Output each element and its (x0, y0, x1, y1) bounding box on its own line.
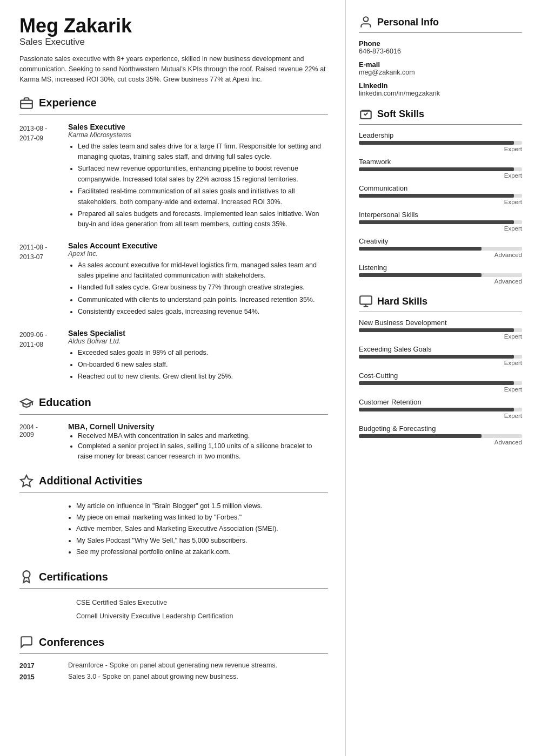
job-company-1: Karma Microsystems (68, 131, 328, 139)
skill-bar-creativity (359, 247, 522, 251)
personal-info-section: Personal Info Phone 646-873-6016 E-mail … (359, 15, 522, 97)
skill-name-cost-cutting: Cost-Cutting (359, 372, 522, 380)
skill-fill-leadership (359, 141, 514, 145)
edu-degree-1: MBA, Cornell University (68, 422, 328, 431)
linkedin-value: linkedin.com/in/megzakarik (359, 90, 522, 97)
skill-level-new-business: Expert (359, 333, 522, 340)
cert-item-2: Cornell University Executive Leadership … (76, 610, 328, 623)
skill-fill-teamwork (359, 167, 514, 171)
job-bullet: Reached out to new clients. Grew client … (78, 372, 328, 382)
skill-name-communication: Communication (359, 184, 522, 192)
conf-year-1: 2017 (19, 662, 68, 670)
skill-name-customer-retention: Customer Retention (359, 398, 522, 406)
skill-fill-cost-cutting (359, 381, 514, 385)
skill-bar-teamwork (359, 167, 522, 171)
personal-info-title: Personal Info (377, 17, 439, 28)
skill-level-creativity: Advanced (359, 252, 522, 258)
skill-fill-creativity (359, 247, 482, 251)
skill-fill-listening (359, 273, 482, 277)
job-title-1: Sales Executive (68, 123, 328, 131)
job-title-3: Sales Specialist (68, 329, 328, 338)
skill-fill-new-business (359, 328, 514, 332)
skill-level-sales-goals: Expert (359, 360, 522, 366)
edu-bullet: Completed a senior project in sales, sel… (78, 441, 328, 462)
job-details-2: Sales Account Executive Apexi Inc. As sa… (68, 241, 328, 319)
additional-bullet: See my professional portfolio online at … (76, 546, 328, 558)
conf-entry-2: 2015 Sales 3.0 - Spoke on panel about gr… (19, 673, 328, 681)
job-company-2: Apexi Inc. (68, 250, 328, 258)
candidate-summary: Passionate sales executive with 8+ years… (19, 54, 328, 85)
job-dates-3: 2009-06 -2011-08 (19, 329, 68, 384)
additional-bullets: My article on influence in "Brain Blogge… (19, 501, 328, 558)
monitor-icon (359, 294, 373, 308)
education-section: Education 2004 -2009 MBA, Cornell Univer… (19, 396, 328, 462)
skill-level-listening: Advanced (359, 278, 522, 285)
job-entry-3: 2009-06 -2011-08 Sales Specialist Aldus … (19, 329, 328, 384)
phone-block: Phone 646-873-6016 (359, 39, 522, 55)
job-bullet: Surfaced new revenue opportunities, enha… (78, 164, 328, 185)
conf-text-1: Dreamforce - Spoke on panel about genera… (68, 662, 328, 670)
email-value: meg@zakarik.com (359, 69, 522, 76)
cert-list: CSE Certified Sales Executive Cornell Un… (19, 596, 328, 623)
skill-level-customer-retention: Expert (359, 413, 522, 419)
certifications-header: Certifications (19, 570, 328, 584)
job-details-1: Sales Executive Karma Microsystems Led t… (68, 123, 328, 232)
experience-section: Experience 2013-08 -2017-09 Sales Execut… (19, 96, 328, 384)
additional-bullet: My article on influence in "Brain Blogge… (76, 501, 328, 512)
conferences-section: Conferences 2017 Dreamforce - Spoke on p… (19, 635, 328, 681)
skill-level-cost-cutting: Expert (359, 386, 522, 393)
certifications-title: Certifications (39, 571, 108, 583)
svg-rect-6 (360, 296, 372, 304)
job-bullets-2: As sales account executive for mid-level… (68, 260, 328, 318)
skill-bar-communication (359, 194, 522, 198)
linkedin-block: LinkedIn linkedin.com/in/megzakarik (359, 82, 522, 97)
skill-name-teamwork: Teamwork (359, 158, 522, 166)
job-entry-2: 2011-08 -2013-07 Sales Account Executive… (19, 241, 328, 319)
job-title-2: Sales Account Executive (68, 241, 328, 250)
skill-bar-budgeting (359, 434, 522, 438)
skill-leadership: Leadership Expert (359, 131, 522, 152)
job-bullet: Communicated with clients to understand … (78, 295, 328, 305)
person-icon (359, 15, 373, 29)
svg-marker-2 (21, 475, 32, 487)
additional-bullet: My Sales Podcast "Why We Sell," has 5,00… (76, 535, 328, 546)
skill-fill-customer-retention (359, 408, 514, 411)
hard-skills-title: Hard Skills (377, 296, 427, 307)
skill-fill-communication (359, 194, 514, 198)
job-bullet: On-boarded 6 new sales staff. (78, 360, 328, 370)
candidate-name: Meg Zakarik (19, 15, 328, 37)
job-bullets-3: Exceeded sales goals in 98% of all perio… (68, 348, 328, 382)
additional-section: Additional Activities My article on infl… (19, 474, 328, 558)
job-dates-1: 2013-08 -2017-09 (19, 123, 68, 232)
skill-bar-new-business (359, 328, 522, 332)
skill-bar-leadership (359, 141, 522, 145)
job-bullets-1: Led the sales team and sales drive for a… (68, 141, 328, 230)
briefcase-icon (19, 96, 34, 110)
skill-interpersonal: Interpersonal Skills Expert (359, 211, 522, 232)
job-bullet: Facilitated real-time communication of a… (78, 186, 328, 207)
skill-new-business: New Business Development Expert (359, 319, 522, 340)
personal-info-header: Personal Info (359, 15, 522, 29)
skill-bar-sales-goals (359, 355, 522, 359)
job-bullet: As sales account executive for mid-level… (78, 260, 328, 281)
hard-skills-header: Hard Skills (359, 294, 522, 308)
email-label: E-mail (359, 60, 522, 69)
skill-fill-budgeting (359, 434, 482, 438)
certifications-section: Certifications CSE Certified Sales Execu… (19, 570, 328, 623)
badge-icon (19, 570, 34, 584)
soft-skills-title: Soft Skills (377, 109, 424, 120)
job-entry-1: 2013-08 -2017-09 Sales Executive Karma M… (19, 123, 328, 232)
job-details-3: Sales Specialist Aldus Bolivar Ltd. Exce… (68, 329, 328, 384)
skill-listening: Listening Advanced (359, 264, 522, 285)
skill-budgeting: Budgeting & Forecasting Advanced (359, 424, 522, 446)
skill-bar-customer-retention (359, 408, 522, 411)
skill-name-listening: Listening (359, 264, 522, 272)
job-company-3: Aldus Bolivar Ltd. (68, 338, 328, 345)
skill-customer-retention: Customer Retention Expert (359, 398, 522, 419)
phone-label: Phone (359, 39, 522, 48)
skill-creativity: Creativity Advanced (359, 237, 522, 258)
skill-name-creativity: Creativity (359, 237, 522, 245)
skill-name-budgeting: Budgeting & Forecasting (359, 424, 522, 433)
additional-bullet: Active member, Sales and Marketing Execu… (76, 523, 328, 535)
edu-entry-1: 2004 -2009 MBA, Cornell University Recei… (19, 422, 328, 462)
